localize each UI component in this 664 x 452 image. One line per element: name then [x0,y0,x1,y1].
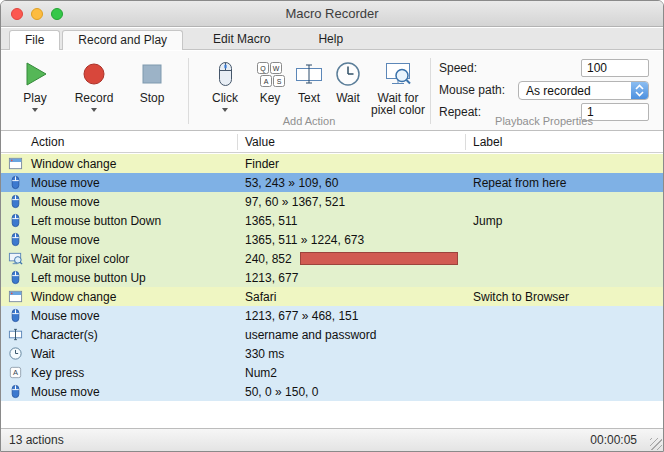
macro-recorder-window: Macro Recorder File Record and Play Edit… [0,0,664,452]
add-wait-button[interactable]: Wait [329,56,367,105]
window-icon [1,156,29,171]
action-cell: Key press [29,366,237,380]
value-cell: 1365, 511 [237,214,465,228]
action-cell: Mouse move [29,309,237,323]
table-row[interactable]: Wait330 ms [1,344,663,363]
table-row[interactable]: AKey pressNum2 [1,363,663,382]
actions-count: 13 actions [9,433,64,447]
action-list[interactable]: Window changeFinderMouse move53, 243 » 1… [1,154,663,401]
window-title: Macro Recorder [1,1,663,26]
tab-bar: File Record and Play Edit Macro Help [1,28,663,50]
play-button[interactable]: Play [9,56,61,112]
chevron-down-icon [91,108,97,112]
table-row[interactable]: Window changeSafariSwitch to Browser [1,287,663,306]
value-cell: 53, 243 » 109, 60 [237,176,465,190]
label-cell: Repeat from here [465,176,663,190]
svg-text:A: A [12,368,17,377]
mouse-icon [1,384,29,399]
value-cell: username and password [237,328,465,342]
action-cell: Left mouse button Down [29,214,237,228]
label-cell: Switch to Browser [465,290,663,304]
text-cursor-icon [1,327,29,342]
mouse-path-select[interactable]: As recorded [518,81,649,100]
column-header-label[interactable]: Label [473,132,502,152]
table-row[interactable]: Left mouse button Up1213, 677 [1,268,663,287]
table-row[interactable]: Mouse move97, 60 » 1367, 521 [1,192,663,211]
zoom-button[interactable] [51,8,63,20]
action-cell: Left mouse button Up [29,271,237,285]
tab-help[interactable]: Help [314,32,347,46]
mouse-icon [1,270,29,285]
playback-properties-group-label: Playback Properties [433,115,655,127]
table-row[interactable]: Window changeFinder [1,154,663,173]
group-separator [430,58,431,124]
table-row[interactable]: Mouse move50, 0 » 150, 0 [1,382,663,401]
window-icon [1,289,29,304]
value-cell: 1213, 677 » 468, 151 [237,309,465,323]
column-header-value[interactable]: Value [245,132,275,152]
value-cell: 1213, 677 [237,271,465,285]
svg-text:S: S [277,78,282,85]
minimize-button[interactable] [31,8,43,20]
svg-text:Q: Q [260,65,266,73]
close-button[interactable] [11,8,23,20]
add-wait-pixel-color-button[interactable]: Wait for pixel color [367,56,429,116]
action-cell: Wait for pixel color [29,252,237,266]
stop-icon [129,56,175,92]
action-cell: Mouse move [29,176,237,190]
column-separator [237,134,238,150]
table-header: Action Value Label [1,132,663,153]
record-button[interactable]: Record [65,56,123,112]
mouse-icon [199,56,251,92]
action-cell: Character(s) [29,328,237,342]
tab-edit-macro[interactable]: Edit Macro [209,32,274,46]
add-action-group-label: Add Action [189,115,429,127]
add-text-button[interactable]: Text [289,56,329,105]
speed-label: Speed: [439,59,477,77]
dropdown-stepper-icon [631,81,648,100]
column-header-action[interactable]: Action [31,132,64,152]
table-row[interactable]: Wait for pixel color240, 852 [1,249,663,268]
add-click-button[interactable]: Click [199,56,251,112]
play-icon [9,56,61,92]
action-cell: Mouse move [29,233,237,247]
screen-magnifier-icon [1,251,29,266]
chevron-down-icon [32,108,38,112]
title-bar: Macro Recorder [1,1,663,27]
action-cell: Window change [29,290,237,304]
traffic-lights [11,8,63,20]
table-row[interactable]: Left mouse button Down1365, 511Jump [1,211,663,230]
clock-icon [329,56,367,92]
table-row[interactable]: Mouse move53, 243 » 109, 60Repeat from h… [1,173,663,192]
resize-grip[interactable] [650,438,662,450]
value-cell: Finder [237,157,465,171]
mouse-icon [1,194,29,209]
elapsed-time: 00:00:05 [590,433,655,447]
text-field-icon [289,56,329,92]
screen-magnifier-icon [367,56,429,92]
tab-file[interactable]: File [9,30,60,50]
mouse-icon [1,232,29,247]
value-cell: 1365, 511 » 1224, 673 [237,233,465,247]
mouse-icon [1,175,29,190]
speed-input[interactable] [581,59,649,77]
playback-properties-group: Speed: Mouse path: As recorded Repeat: P… [433,51,655,130]
value-cell: 50, 0 » 150, 0 [237,385,465,399]
clock-icon [1,346,29,361]
value-cell: Safari [237,290,465,304]
tab-record-and-play[interactable]: Record and Play [62,30,183,50]
ribbon-toolbar: Play Record Stop [1,51,663,131]
table-row[interactable]: Mouse move1365, 511 » 1224, 673 [1,230,663,249]
action-cell: Mouse move [29,385,237,399]
mouse-path-label: Mouse path: [439,81,505,99]
mouse-icon [1,213,29,228]
table-row[interactable]: Mouse move1213, 677 » 468, 151 [1,306,663,325]
mouse-path-value: As recorded [519,84,631,98]
stop-button[interactable]: Stop [129,56,175,105]
action-cell: Wait [29,347,237,361]
table-row[interactable]: Character(s)username and password [1,325,663,344]
add-key-button[interactable]: Q W A S Key [251,56,289,105]
value-cell: 97, 60 » 1367, 521 [237,195,465,209]
value-cell: 330 ms [237,347,465,361]
svg-text:A: A [264,78,269,85]
